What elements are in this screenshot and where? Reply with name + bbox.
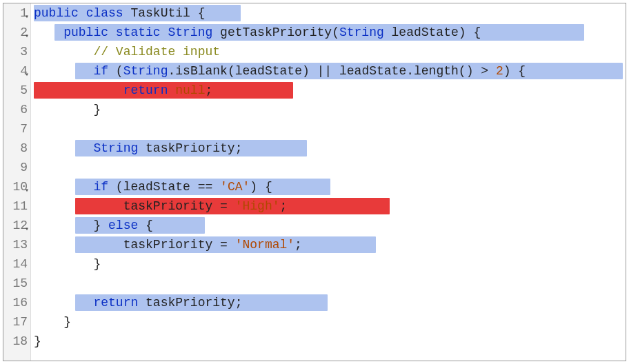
line-number-gutter: 1▾2▾34▾5678910▾1112▾131415161718 xyxy=(3,3,31,361)
code-line[interactable]: taskPriority = 'Normal'; xyxy=(34,235,626,254)
line-number: 6 xyxy=(3,100,28,119)
code-editor[interactable]: 1▾2▾34▾5678910▾1112▾131415161718 public … xyxy=(3,3,626,361)
line-number: 11 xyxy=(3,196,28,216)
line-number: 3 xyxy=(3,42,28,61)
line-number: 14 xyxy=(3,254,28,274)
line-number: 8 xyxy=(3,139,28,158)
code-line[interactable]: if (String.isBlank(leadState) || leadSta… xyxy=(34,61,626,81)
code-line[interactable]: taskPriority = 'High'; xyxy=(34,196,626,216)
code-line[interactable]: } else { xyxy=(34,216,626,235)
line-number: 5 xyxy=(3,81,28,100)
code-line[interactable] xyxy=(34,158,626,177)
code-line[interactable]: public static String getTaskPriority(Str… xyxy=(34,23,626,42)
code-line[interactable]: } xyxy=(34,100,626,119)
code-line[interactable] xyxy=(34,274,626,293)
code-line[interactable]: } xyxy=(34,332,626,351)
code-line[interactable]: String taskPriority; xyxy=(34,139,626,158)
line-number: 18 xyxy=(3,332,28,351)
line-number: 15 xyxy=(3,274,28,293)
code-line[interactable] xyxy=(34,119,626,139)
code-line[interactable]: } xyxy=(34,312,626,332)
line-number: 1▾ xyxy=(3,3,28,23)
code-line[interactable]: return taskPriority; xyxy=(34,293,626,312)
code-line[interactable]: // Validate input xyxy=(34,42,626,61)
line-number: 9 xyxy=(3,158,28,177)
line-number: 10▾ xyxy=(3,177,28,196)
code-line[interactable]: return null; xyxy=(34,81,626,100)
code-line[interactable]: } xyxy=(34,254,626,274)
line-number: 16 xyxy=(3,293,28,312)
code-line[interactable]: public class TaskUtil { xyxy=(34,3,626,23)
line-number: 13 xyxy=(3,235,28,254)
line-number: 17 xyxy=(3,312,28,332)
line-number: 2▾ xyxy=(3,23,28,42)
code-area[interactable]: public class TaskUtil { public static St… xyxy=(31,3,626,361)
code-line[interactable]: if (leadState == 'CA') { xyxy=(34,177,626,196)
line-number: 12▾ xyxy=(3,216,28,235)
line-number: 7 xyxy=(3,119,28,139)
line-number: 4▾ xyxy=(3,61,28,81)
